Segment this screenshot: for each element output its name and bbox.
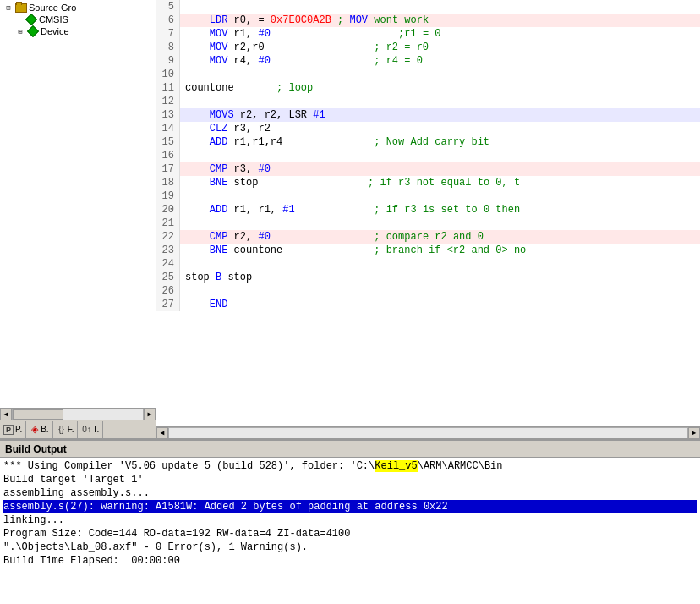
line-number: 9 <box>156 54 180 68</box>
line-number: 12 <box>156 95 180 108</box>
sidebar-scrollbar[interactable]: ◀ ▶ <box>0 408 156 420</box>
line-number: 25 <box>156 271 180 284</box>
build-line: assembly.s(27): warning: A1581W: Added 2… <box>3 500 697 513</box>
scroll-track <box>12 409 144 420</box>
line-number: 15 <box>156 135 180 149</box>
tab-b[interactable]: ◈ B. <box>26 421 52 438</box>
sidebar-tabs: P P. ◈ B. {} F. 0↑ T. <box>0 420 156 438</box>
build-content[interactable]: *** Using Compiler 'V5.06 update 5 (buil… <box>0 458 700 604</box>
line-number: 18 <box>156 176 180 189</box>
line-content: ADD r1,r1,r4 ; Now Add carry bit <box>180 135 700 149</box>
line-number: 20 <box>156 203 180 217</box>
scroll-thumb[interactable] <box>13 409 63 420</box>
scroll-right-button[interactable]: ▶ <box>144 409 156 420</box>
line-content: END <box>180 298 700 311</box>
code-line: 18 BNE stop ; if r3 not equal to 0, t <box>156 176 700 189</box>
code-editor: 56 LDR r0, = 0x7E0C0A2B ; MOV wont work7… <box>156 0 700 438</box>
code-line: 22 CMP r2, #0 ; compare r2 and 0 <box>156 230 700 244</box>
code-scroll-track <box>168 427 688 439</box>
code-line: 11countone ; loop <box>156 81 700 95</box>
expand-icon: ⊞ <box>3 3 14 13</box>
line-content <box>180 0 700 14</box>
code-line: 12 <box>156 95 700 108</box>
line-number: 17 <box>156 162 180 176</box>
tab-p[interactable]: P P. <box>0 421 26 438</box>
line-content: stop B stop <box>180 271 700 284</box>
code-line: 14 CLZ r3, r2 <box>156 122 700 135</box>
build-line: Program Size: Code=144 RO-data=192 RW-da… <box>3 527 697 541</box>
line-content <box>180 284 700 298</box>
line-number: 21 <box>156 217 180 230</box>
line-number: 11 <box>156 81 180 95</box>
code-line: 26 <box>156 284 700 298</box>
code-line: 5 <box>156 0 700 14</box>
code-line: 6 LDR r0, = 0x7E0C0A2B ; MOV wont work <box>156 14 700 27</box>
code-scroll-right[interactable]: ▶ <box>688 427 700 439</box>
line-number: 26 <box>156 284 180 298</box>
line-content: MOV r4, #0 ; r4 = 0 <box>180 54 700 68</box>
sidebar-item-device[interactable]: ⊞ Device <box>2 25 154 37</box>
line-content <box>180 257 700 271</box>
line-number: 8 <box>156 41 180 54</box>
line-content: MOV r1, #0 ;r1 = 0 <box>180 27 700 41</box>
code-scroll-left[interactable]: ◀ <box>156 427 168 439</box>
sidebar-item-label: Source Gro <box>29 3 76 13</box>
p-icon: P <box>3 425 14 435</box>
line-number: 5 <box>156 0 180 14</box>
line-number: 10 <box>156 68 180 81</box>
line-number: 19 <box>156 189 180 203</box>
line-content: CMP r2, #0 ; compare r2 and 0 <box>180 230 700 244</box>
line-number: 7 <box>156 27 180 41</box>
line-number: 6 <box>156 14 180 27</box>
line-number: 16 <box>156 149 180 162</box>
diamond-icon <box>25 14 37 25</box>
line-content: MOV r2,r0 ; r2 = r0 <box>180 41 700 54</box>
sidebar: ⊞ Source Gro CMSIS ⊞ Device <box>0 0 156 438</box>
code-line: 16 <box>156 149 700 162</box>
line-content: CLZ r3, r2 <box>180 122 700 135</box>
code-line: 7 MOV r1, #0 ;r1 = 0 <box>156 27 700 41</box>
line-content: BNE countone ; branch if <r2 and 0> no <box>180 244 700 257</box>
sidebar-item-cmsis[interactable]: CMSIS <box>2 14 154 25</box>
line-number: 23 <box>156 244 180 257</box>
code-line: 13 MOVS r2, r2, LSR #1 <box>156 108 700 122</box>
line-content: countone ; loop <box>180 81 700 95</box>
build-output: Build Output *** Using Compiler 'V5.06 u… <box>0 439 700 604</box>
line-content <box>180 217 700 230</box>
line-content <box>180 189 700 203</box>
line-content <box>180 95 700 108</box>
tab-p-label: P. <box>15 425 22 434</box>
scroll-left-button[interactable]: ◀ <box>0 409 12 420</box>
code-line: 24 <box>156 257 700 271</box>
f-icon: {} <box>57 425 67 435</box>
line-content: CMP r3, #0 <box>180 162 700 176</box>
line-number: 14 <box>156 122 180 135</box>
tab-t[interactable]: 0↑ T. <box>78 421 103 438</box>
build-line: assembling assembly.s... <box>3 486 697 500</box>
line-content: MOVS r2, r2, LSR #1 <box>180 108 700 122</box>
tab-f-label: F. <box>68 425 74 434</box>
line-number: 22 <box>156 230 180 244</box>
code-line: 10 <box>156 68 700 81</box>
build-line: ".\Objects\Lab_08.axf" - 0 Error(s), 1 W… <box>3 541 697 554</box>
b-icon: ◈ <box>30 425 40 435</box>
sidebar-item-label: CMSIS <box>39 14 68 25</box>
code-area[interactable]: 56 LDR r0, = 0x7E0C0A2B ; MOV wont work7… <box>156 0 700 426</box>
code-line: 8 MOV r2,r0 ; r2 = r0 <box>156 41 700 54</box>
build-line: Build target 'Target 1' <box>3 473 697 486</box>
t-icon: 0↑ <box>81 425 91 435</box>
build-line: linking... <box>3 513 697 527</box>
line-number: 27 <box>156 298 180 311</box>
sidebar-item-sourcegroup[interactable]: ⊞ Source Gro <box>2 2 154 14</box>
main-container: ⊞ Source Gro CMSIS ⊞ Device <box>0 0 700 604</box>
expand-icon: ⊞ <box>15 26 25 36</box>
build-line: Build Time Elapsed: 00:00:00 <box>3 554 697 568</box>
tab-b-label: B. <box>41 425 48 434</box>
expand-icon <box>15 14 24 25</box>
code-scrollbar[interactable]: ◀ ▶ <box>156 426 700 438</box>
code-line: 21 <box>156 217 700 230</box>
folder-icon <box>15 3 27 13</box>
line-content <box>180 68 700 81</box>
tab-f[interactable]: {} F. <box>53 421 79 438</box>
code-line: 20 ADD r1, r1, #1 ; if r3 is set to 0 th… <box>156 203 700 217</box>
